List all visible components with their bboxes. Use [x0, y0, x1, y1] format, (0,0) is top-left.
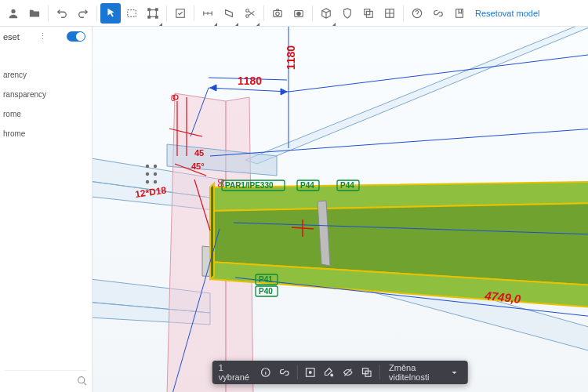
svg-point-11: [276, 12, 279, 15]
dim-label: 1180: [285, 45, 297, 70]
plate-label: P40: [259, 287, 273, 296]
svg-rect-5: [148, 16, 151, 18]
svg-line-55: [210, 129, 588, 156]
separator: [403, 5, 404, 21]
bookmark-icon[interactable]: [449, 3, 470, 24]
svg-point-0: [11, 9, 15, 13]
isolate-icon[interactable]: [358, 363, 376, 382]
svg-point-31: [146, 180, 149, 183]
svg-rect-1: [128, 9, 136, 16]
separator: [297, 365, 298, 379]
sidebar-option[interactable]: rome: [0, 104, 92, 124]
zero-label: 0: [171, 94, 176, 103]
selection-count: 1 vybrané: [217, 363, 256, 382]
scene-svg: 1180 1180 45° 45 12*D18 0 90 PAR1/IPE330…: [93, 27, 588, 392]
visibility-dropdown[interactable]: Změna viditelnosti: [384, 363, 463, 382]
section-icon[interactable]: [219, 3, 239, 24]
link-icon[interactable]: [428, 3, 448, 24]
svg-point-19: [78, 377, 85, 383]
color-icon[interactable]: [321, 363, 338, 382]
camera-icon[interactable]: [267, 3, 288, 24]
svg-point-34: [154, 180, 157, 183]
separator: [166, 5, 167, 21]
cube-icon[interactable]: [316, 3, 336, 24]
angle-label: 45°: [191, 162, 205, 171]
svg-point-9: [246, 9, 249, 12]
top-toolbar: Resetovat model: [0, 0, 588, 27]
sidebar-option[interactable]: hrome: [0, 124, 92, 143]
separator: [379, 365, 380, 379]
svg-rect-10: [274, 10, 282, 16]
reset-model-link[interactable]: Resetovat model: [475, 9, 540, 18]
sidebar: eset ⋮ arency ransparency rome hrome: [0, 27, 93, 392]
dim-label: 1180: [238, 74, 262, 87]
info-circle-icon[interactable]: [257, 363, 274, 382]
folder-icon[interactable]: [24, 3, 45, 24]
svg-rect-6: [156, 16, 158, 18]
select-tool-icon[interactable]: [100, 3, 121, 24]
layers-icon[interactable]: [358, 3, 379, 24]
profile-label: PAR1/IPE330: [225, 181, 274, 190]
svg-point-29: [146, 165, 149, 168]
svg-point-75: [331, 374, 333, 376]
separator: [48, 5, 49, 21]
svg-point-33: [154, 172, 157, 176]
selection-bar: 1 vybrané Změna viditelnosti: [212, 361, 468, 384]
svg-marker-58: [281, 89, 287, 95]
separator: [96, 5, 97, 21]
user-icon[interactable]: [3, 3, 24, 24]
chain-icon[interactable]: [276, 363, 293, 382]
grid-icon[interactable]: [379, 3, 400, 24]
help-icon[interactable]: [407, 3, 427, 24]
sidebar-search-icon[interactable]: [5, 370, 87, 387]
sidebar-option[interactable]: arency: [0, 65, 92, 85]
svg-marker-57: [210, 85, 216, 91]
plate-label: P41: [259, 275, 273, 284]
svg-rect-14: [365, 9, 370, 14]
preset-toggle[interactable]: [67, 31, 85, 42]
svg-point-74: [310, 372, 312, 374]
measure-icon[interactable]: [198, 3, 218, 24]
svg-rect-7: [176, 9, 185, 17]
separator: [263, 5, 264, 21]
svg-point-13: [297, 12, 300, 15]
svg-point-8: [246, 14, 249, 17]
edit-icon[interactable]: [170, 3, 191, 24]
shield-icon[interactable]: [337, 3, 358, 24]
plate-label: P44: [300, 181, 314, 190]
separator: [312, 5, 313, 21]
more-icon[interactable]: ⋮: [38, 31, 48, 42]
plate-label: P44: [340, 181, 354, 190]
snapshot-icon[interactable]: [289, 3, 309, 24]
undo-icon[interactable]: [52, 3, 72, 24]
redo-icon[interactable]: [73, 3, 93, 24]
rect-select-icon[interactable]: [122, 3, 142, 24]
separator: [194, 5, 194, 21]
sidebar-option[interactable]: ransparency: [0, 85, 92, 104]
svg-marker-46: [210, 183, 214, 279]
focus-icon[interactable]: [302, 363, 319, 382]
viewport-3d[interactable]: 1180 1180 45° 45 12*D18 0 90 PAR1/IPE330…: [93, 27, 588, 392]
visibility-label: Změna viditelnosti: [389, 363, 448, 382]
svg-point-32: [154, 165, 157, 168]
svg-point-30: [146, 172, 149, 176]
hide-icon[interactable]: [339, 363, 357, 382]
svg-line-49: [209, 88, 289, 92]
svg-rect-3: [148, 8, 151, 10]
cut-icon[interactable]: [240, 3, 260, 24]
transform-icon[interactable]: [143, 3, 163, 24]
preset-label: eset: [3, 32, 20, 42]
angle-label: 45: [194, 148, 204, 158]
svg-rect-4: [156, 8, 158, 10]
